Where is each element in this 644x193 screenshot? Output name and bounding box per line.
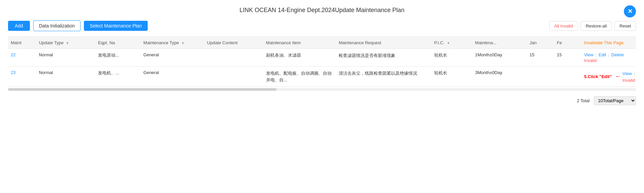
total-count: 2 Total [577,98,590,103]
reset-button[interactable]: Reset [614,21,636,31]
cell-maint-item-23: 发电机、配电板、自动调频、自动并电、自... [263,67,336,87]
col-header-maintenance-request: Maintenance Request [336,37,431,49]
row-id-link-22[interactable]: 22 [11,52,15,57]
scrollbar-thumb[interactable] [8,88,277,91]
cell-maint-type-22: General [141,49,204,67]
actions-row-top-23: View | Edit | Delete [623,70,636,77]
all-invalid-button[interactable]: All Invalid [549,21,578,31]
col-header-update-content: Update Content [204,37,263,49]
table-row: 23 Normal 发电机、... General 发电机、配电板、自动调频、自… [8,67,636,87]
cell-maint-item-22: 副机各油、水滤器 [263,49,336,67]
cell-pic-22: 轮机长 [432,49,473,67]
toolbar: Add Data Initialization Select Maintenan… [8,20,636,31]
col-header-jan: Jan [527,37,554,49]
col-header-maintain-freq: Maintena... [473,37,527,49]
col-header-eqpt: Eqpt. Na [95,37,141,49]
cell-id-22: 22 [8,49,36,67]
col-header-maintenance-item: Maintenance Item [263,37,336,49]
cell-maintain-freq-23: 3Month±0Day [473,67,527,87]
invalid-link-22[interactable]: Invalid [584,58,597,63]
view-link-23[interactable]: View [623,71,632,76]
cell-id-23: 23 [8,67,36,87]
cell-update-content-22 [204,49,263,67]
add-button[interactable]: Add [8,21,30,31]
sort-arrow-update-type: ▼ [66,41,69,45]
col-header-maintenance-type[interactable]: Maintenance Type ▼ [141,37,204,49]
cell-eqpt-22: 发电原动... [95,49,141,67]
cell-maint-req-23: 清洁去灰尘，线路检查固紧以及绝缘情况 [336,67,431,87]
table-row: 22 Normal 发电原动... General 副机各油、水滤器 检查滤器情… [8,49,636,67]
actions-col-22: View | Edit | Delete Invalid [584,52,633,63]
cell-actions-22: View | Edit | Delete Invalid [581,49,636,67]
invalid-link-23[interactable]: Invalid [623,78,635,83]
actions-col-23: View | Edit | Delete Invalid [623,70,636,83]
edit-link-22[interactable]: Edit [599,52,606,57]
actions-row-top-22: View | Edit | Delete [584,52,624,57]
select-maintenance-plan-button[interactable]: Select Maintenance Plan [84,21,148,31]
horizontal-scrollbar[interactable] [8,88,636,91]
page-size-select[interactable]: 10Total/Page 20Total/Page 50Total/Page [594,96,636,105]
footer: 2 Total 10Total/Page 20Total/Page 50Tota… [8,96,636,105]
cell-jan-22: 15 [527,49,554,67]
col-header-update-type[interactable]: Update Type ▼ [36,37,95,49]
cell-actions-23: 5.Click "Edit" ← View | Edit | Delete In… [581,67,636,87]
toolbar-right: All Invalid Restore-all Reset [549,21,636,31]
maintenance-table: Maint Update Type ▼ Eqpt. Na Maintenance… [8,37,636,87]
click-hint-label: 5.Click "Edit" [584,74,611,79]
cell-maintain-freq-22: 1Month±0Day [473,49,527,67]
table-header-row: Maint Update Type ▼ Eqpt. Na Maintenance… [8,37,636,49]
row-id-link-23[interactable]: 23 [11,70,15,75]
cell-update-type-23: Normal [36,67,95,87]
cell-maint-req-22: 检查滤器情况是否有脏堵现象 [336,49,431,67]
delete-link-22[interactable]: Delete [611,52,624,57]
data-initialization-button[interactable]: Data Initialization [33,20,81,31]
cell-eqpt-23: 发电机、... [95,67,141,87]
page-wrapper: LINK OCEAN 14-Engine Dept.2024Update Mai… [0,0,644,193]
restore-all-button[interactable]: Restore-all [581,21,612,31]
cell-maint-type-23: General [141,67,204,87]
view-link-22[interactable]: View [584,52,593,57]
col-header-invalidate: Invalidate This Page [581,37,636,49]
sort-arrow-maint-type: ▼ [181,41,185,45]
cell-feb-22: 15 [554,49,581,67]
page-title: LINK OCEAN 14-Engine Dept.2024Update Mai… [8,7,636,14]
cell-feb-23 [554,67,581,87]
close-button[interactable]: ✕ [624,5,636,17]
cell-update-content-23 [204,67,263,87]
cell-pic-23: 轮机长 [432,67,473,87]
col-header-maint: Maint [8,37,36,49]
close-icon: ✕ [628,8,633,15]
col-header-pic[interactable]: P.I.C. ▼ [432,37,473,49]
arrow-icon: ← [615,73,621,80]
sort-arrow-pic: ▼ [447,41,450,45]
cell-jan-23 [527,67,554,87]
col-header-feb: Fe [554,37,581,49]
cell-update-type-22: Normal [36,49,95,67]
